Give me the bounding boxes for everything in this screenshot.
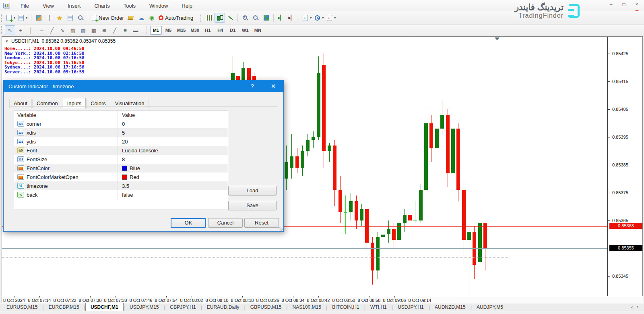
symbol-tab-audjpym5[interactable]: AUDJPY,M5 (472, 303, 508, 311)
strategy-tester-button[interactable] (75, 13, 86, 23)
bar-chart-button[interactable] (204, 13, 215, 23)
symbol-tab-gbpusdm15[interactable]: GBPUSD,M15 (246, 303, 286, 311)
menu-item-insert[interactable]: Insert (68, 3, 81, 9)
candlestick-chart-button[interactable] (215, 13, 225, 23)
toolbar-grip[interactable] (147, 26, 149, 34)
dialog-help-button[interactable]: ? (246, 80, 258, 92)
draw-tool-4[interactable]: ╱ (47, 25, 57, 35)
timeframe-h1[interactable]: H1 (202, 26, 214, 35)
new-order-button[interactable]: New Order (90, 13, 126, 23)
table-row[interactable]: 123xdis5 (14, 128, 228, 137)
timeframe-w1[interactable]: W1 (239, 26, 251, 35)
auto-scroll-button[interactable]: ▸▏ (276, 13, 286, 23)
market-watch-button[interactable] (33, 13, 44, 23)
price-axis[interactable]: 0.854250.854150.854050.853950.853850.853… (608, 37, 643, 296)
timeframe-m5[interactable]: M5 (163, 26, 174, 35)
draw-tool-1[interactable]: ＋ (15, 25, 26, 35)
symbol-tab-eurusdm15[interactable]: EURUSD,M15 (2, 303, 42, 311)
dialog-close-button[interactable]: ✕ (266, 80, 280, 92)
timeframe-m15[interactable]: M15 (175, 26, 188, 35)
symbol-tab-usdchfm1[interactable]: USDCHF,M1 (85, 303, 124, 311)
community-button[interactable]: ☁ (136, 13, 147, 23)
zoom-out-button[interactable]: − (250, 13, 261, 23)
toolbar-grip[interactable] (200, 14, 202, 22)
timeframe-mn[interactable]: MN (252, 26, 264, 35)
date-axis[interactable]: 8 Oct 20248 Oct 07:148 Oct 07:228 Oct 07… (2, 296, 643, 303)
draw-tool-5[interactable]: ∿ (57, 25, 68, 35)
tile-windows-button[interactable] (261, 13, 271, 23)
reset-button[interactable]: Reset (244, 218, 279, 228)
periods-button[interactable]: ▾ (313, 13, 325, 23)
value-cell[interactable]: Blue (118, 164, 228, 173)
table-row[interactable]: 123ydis20 (14, 137, 228, 146)
inputs-table[interactable]: VariableValue123corner0123xdis5123ydis20… (14, 110, 228, 210)
value-cell[interactable]: Red (118, 173, 228, 181)
draw-tool-2[interactable]: │ (26, 25, 36, 35)
autotrading-button[interactable]: AutoTrading (157, 13, 195, 23)
table-row[interactable]: FontColorMarketOpenRed (14, 173, 228, 181)
symbol-tab-eurauddaily[interactable]: EURAUD,Daily (202, 303, 244, 311)
draw-tool-11[interactable]: ≡ (120, 25, 130, 35)
symbol-tab-nas100m15[interactable]: NAS100,M15 (288, 303, 326, 311)
profiles-button[interactable]: ▾ (17, 13, 29, 23)
draw-tool-3[interactable]: ─ (36, 25, 47, 35)
value-cell[interactable]: 20 (118, 137, 228, 146)
dialog-title-bar[interactable]: Custom Indicator - timezone (4, 80, 283, 92)
save-button[interactable]: Save (228, 201, 277, 210)
cancel-button[interactable]: Cancel (208, 218, 243, 228)
indicators-button[interactable]: ≈▾ (301, 13, 313, 23)
value-cell[interactable]: 0 (118, 119, 228, 128)
draw-tool-6[interactable]: ▨ (68, 25, 78, 35)
terminal-button[interactable] (65, 13, 75, 23)
table-row[interactable]: ½timezone3.5 (14, 181, 228, 190)
toolbar-grip[interactable] (1, 14, 3, 22)
ok-button[interactable]: OK (171, 218, 206, 228)
timeframe-h4[interactable]: H4 (215, 26, 226, 35)
templates-button[interactable]: ≈▾ (325, 13, 337, 23)
tab-scroll-right-icon[interactable]: › (637, 304, 638, 310)
menu-item-help[interactable]: Help (182, 3, 192, 9)
timeframe-m30[interactable]: M30 (188, 26, 201, 35)
menu-item-tools[interactable]: Tools (124, 3, 136, 9)
symbol-tab-eurgbpm15[interactable]: EURGBP,M15 (44, 303, 84, 311)
table-row[interactable]: ∿backfalse (14, 190, 228, 199)
data-window-button[interactable] (44, 13, 54, 23)
draw-tool-0[interactable]: ↖ (5, 25, 15, 35)
new-chart-button[interactable]: ▾ (5, 13, 17, 23)
menu-item-view[interactable]: View (43, 3, 54, 9)
tab-scroll-left-icon[interactable]: ‹ (631, 304, 633, 310)
menu-item-file[interactable]: File (21, 3, 29, 9)
signals-button[interactable]: ◉ (147, 13, 157, 23)
draw-tool-8[interactable]: ▩ (89, 25, 99, 35)
navigator-button[interactable]: ★ (54, 13, 65, 23)
toolbar-grip[interactable] (1, 26, 3, 34)
minimize-button[interactable]: – (608, 2, 614, 7)
table-row[interactable]: FontColorBlue (14, 164, 228, 173)
menu-item-window[interactable]: Window (149, 3, 168, 9)
dialog-tab-inputs[interactable]: Inputs (63, 98, 86, 108)
value-cell[interactable]: 3.5 (118, 181, 228, 190)
menu-item-charts[interactable]: Charts (94, 3, 109, 9)
symbol-tab-usdjpym15[interactable]: USDJPY,M15 (125, 303, 163, 311)
chart-dropdown-icon[interactable]: ▼ (5, 40, 8, 43)
value-cell[interactable]: false (118, 190, 228, 199)
metaeditor-button[interactable] (126, 13, 136, 23)
draw-tool-9[interactable]: ≋ (99, 25, 109, 35)
line-chart-button[interactable] (225, 13, 235, 23)
maximize-button[interactable]: □ (621, 2, 627, 7)
load-button[interactable]: Load (228, 186, 277, 195)
symbol-tab-audnzdm15[interactable]: AUDNZD,M15 (430, 303, 471, 311)
table-row[interactable]: abFontLucida Console (14, 146, 228, 155)
symbol-tab-gbpjpyh1[interactable]: GBPJPY,H1 (165, 303, 200, 311)
timeframe-d1[interactable]: D1 (227, 26, 239, 35)
close-button[interactable]: × (634, 2, 640, 7)
table-row[interactable]: 123corner0 (14, 119, 228, 128)
draw-tool-12[interactable]: ▬ (130, 25, 141, 35)
draw-tool-10[interactable]: ╱ (109, 25, 120, 35)
value-cell[interactable]: 5 (118, 128, 228, 137)
value-cell[interactable]: Lucida Console (118, 146, 228, 155)
table-row[interactable]: 123FontSize8 (14, 155, 228, 164)
zoom-in-button[interactable]: + (240, 13, 250, 23)
value-cell[interactable]: 8 (118, 155, 228, 164)
chart-shift-button[interactable]: ▸▏ (286, 13, 297, 23)
